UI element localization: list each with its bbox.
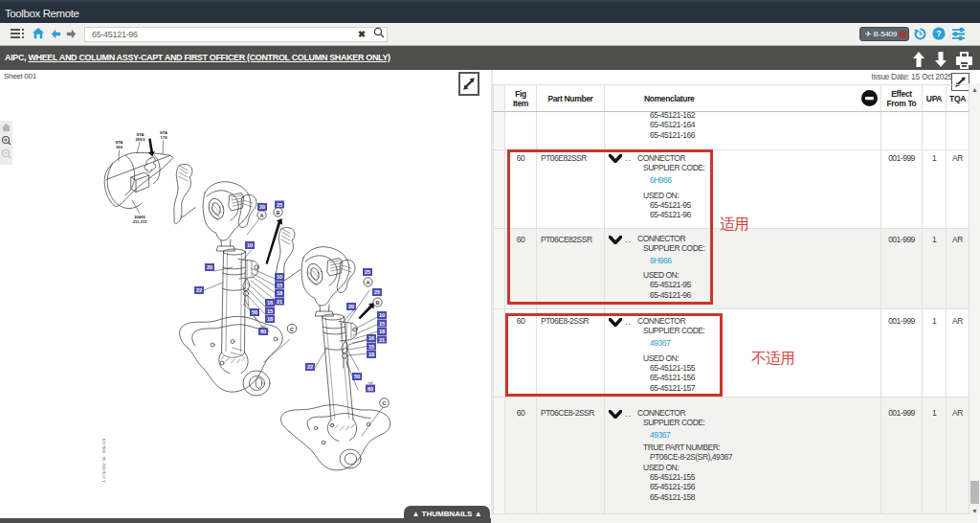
svg-text:16: 16 bbox=[267, 300, 273, 306]
svg-text:?: ? bbox=[936, 29, 942, 38]
svg-text:B: B bbox=[375, 300, 379, 306]
svg-text:B: B bbox=[276, 210, 279, 216]
svg-text:10: 10 bbox=[247, 242, 253, 248]
svg-text:C: C bbox=[382, 400, 386, 406]
svg-text:15: 15 bbox=[379, 321, 385, 327]
svg-text:15: 15 bbox=[368, 344, 374, 350]
svg-text:L 2732192 34 003 J23: L 2732192 34 003 J23 bbox=[101, 438, 106, 482]
svg-text:178: 178 bbox=[161, 135, 168, 140]
svg-text:360: 360 bbox=[116, 145, 123, 149]
svg-text:20: 20 bbox=[207, 264, 212, 270]
svg-text:16: 16 bbox=[368, 335, 374, 341]
svg-text:25: 25 bbox=[277, 202, 282, 208]
svg-text:50: 50 bbox=[354, 374, 360, 379]
svg-text:25: 25 bbox=[365, 269, 370, 275]
svg-text:21: 21 bbox=[379, 337, 385, 343]
svg-text:60: 60 bbox=[368, 386, 373, 392]
svg-text:18: 18 bbox=[277, 290, 282, 296]
svg-text:259.5: 259.5 bbox=[135, 137, 145, 142]
svg-text:21: 21 bbox=[277, 299, 282, 305]
svg-text:18: 18 bbox=[267, 316, 273, 322]
svg-text:ref: ref bbox=[368, 380, 374, 385]
svg-text:A: A bbox=[366, 280, 369, 285]
svg-text:60: 60 bbox=[260, 329, 266, 334]
svg-text:20: 20 bbox=[348, 304, 354, 309]
svg-text:211,372: 211,372 bbox=[133, 219, 147, 224]
svg-text:25: 25 bbox=[374, 289, 380, 295]
svg-text:18: 18 bbox=[379, 329, 385, 334]
svg-text:15: 15 bbox=[277, 283, 282, 288]
svg-text:10: 10 bbox=[277, 274, 282, 280]
svg-text:22: 22 bbox=[196, 287, 202, 293]
svg-text:10: 10 bbox=[379, 312, 385, 318]
svg-text:18: 18 bbox=[368, 352, 374, 357]
svg-text:A: A bbox=[259, 213, 263, 218]
svg-text:50: 50 bbox=[252, 309, 257, 315]
svg-text:C: C bbox=[290, 327, 294, 332]
svg-text:22: 22 bbox=[307, 364, 313, 370]
svg-text:15: 15 bbox=[267, 308, 273, 314]
svg-text:ref: ref bbox=[261, 324, 267, 329]
svg-text:20: 20 bbox=[259, 204, 265, 210]
